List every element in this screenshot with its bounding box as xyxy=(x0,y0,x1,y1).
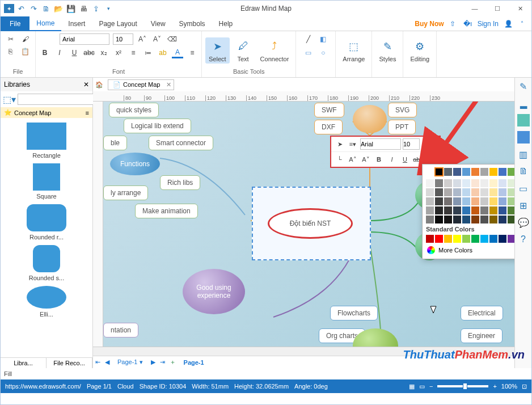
color-swatch[interactable] xyxy=(471,235,479,243)
color-swatch[interactable] xyxy=(508,179,514,187)
bold-icon[interactable]: B xyxy=(39,47,50,58)
mini-connector-icon[interactable]: └ xyxy=(334,154,345,165)
line-icon[interactable]: ╱ xyxy=(303,33,314,45)
color-swatch[interactable] xyxy=(435,179,443,187)
fit-page-icon[interactable]: ⊡ xyxy=(522,383,527,390)
page-add-icon[interactable]: ＋ xyxy=(167,358,178,366)
color-swatch[interactable] xyxy=(435,216,443,223)
node-engineer[interactable]: Engineer xyxy=(461,328,503,343)
font-color-icon[interactable]: A xyxy=(172,47,183,58)
minimize-button[interactable]: — xyxy=(463,1,486,16)
color-swatch[interactable] xyxy=(471,216,479,223)
color-swatch[interactable] xyxy=(453,197,461,205)
share-icon[interactable]: �ו xyxy=(461,20,474,28)
export-icon[interactable]: ⇪ xyxy=(90,3,102,14)
circle-icon[interactable]: ○ xyxy=(318,47,329,58)
buy-now-link[interactable]: Buy Now xyxy=(415,20,444,28)
node-ppt[interactable]: PPT xyxy=(388,120,416,134)
node-electrical[interactable]: Electrical xyxy=(461,306,503,320)
color-swatch[interactable] xyxy=(462,206,470,214)
connector-tool-button[interactable]: ⤴Connector xyxy=(257,37,293,64)
zoom-in-icon[interactable]: + xyxy=(493,383,496,390)
color-swatch[interactable] xyxy=(499,206,506,214)
lib-section-header[interactable]: ⭐ Concept Map ≡ xyxy=(1,107,92,118)
close-panel-icon[interactable]: ✕ xyxy=(83,81,89,88)
color-swatch[interactable] xyxy=(480,197,488,205)
color-swatch[interactable] xyxy=(444,206,452,214)
line-spacing-icon[interactable]: ≡ xyxy=(128,47,139,58)
node-orange-hub[interactable] xyxy=(353,105,387,133)
color-swatch[interactable] xyxy=(480,235,488,243)
color-swatch[interactable] xyxy=(426,206,434,214)
clear-format-icon[interactable]: ⌫ xyxy=(166,33,178,45)
sign-in-link[interactable]: Sign In xyxy=(478,20,499,28)
tool-color-1[interactable] xyxy=(517,114,530,126)
qat-dropdown-icon[interactable]: ▾ xyxy=(103,3,114,14)
page-next-icon[interactable]: ▶ xyxy=(149,358,158,366)
mini-dec-font-icon[interactable]: A˅ xyxy=(360,154,371,165)
collapse-ribbon-icon[interactable]: ˄ xyxy=(518,20,526,27)
color-swatch[interactable] xyxy=(471,206,479,214)
color-swatch[interactable] xyxy=(426,197,434,205)
node-ly-arrange[interactable]: ly arrange xyxy=(103,185,148,200)
color-swatch[interactable] xyxy=(462,216,470,223)
mini-size-combo[interactable] xyxy=(403,138,420,150)
underline-icon[interactable]: U xyxy=(69,47,80,58)
color-swatch[interactable] xyxy=(489,216,497,223)
node-logical-lib[interactable]: Logical lib extend xyxy=(124,119,191,133)
color-swatch[interactable] xyxy=(435,206,443,214)
save-icon[interactable]: 💾 xyxy=(65,3,77,14)
color-swatch[interactable] xyxy=(435,235,443,243)
color-swatch[interactable] xyxy=(508,216,514,223)
color-swatch[interactable] xyxy=(471,197,479,205)
view-full-icon[interactable]: ▭ xyxy=(419,383,425,390)
color-swatch[interactable] xyxy=(480,206,488,214)
italic-icon[interactable]: I xyxy=(54,47,65,58)
color-swatch[interactable] xyxy=(499,235,506,243)
color-swatch[interactable] xyxy=(508,168,514,176)
maximize-button[interactable]: ☐ xyxy=(486,1,509,16)
superscript-icon[interactable]: x² xyxy=(113,47,124,58)
mini-strike-icon[interactable]: abc xyxy=(412,154,424,165)
undo-icon[interactable]: ↶ xyxy=(15,3,27,14)
color-swatch[interactable] xyxy=(462,179,470,187)
page-tab-dropdown[interactable]: Page-1 ▾ xyxy=(112,358,149,366)
color-swatch[interactable] xyxy=(453,168,461,176)
shape-square[interactable]: Square xyxy=(5,163,88,200)
strike-icon[interactable]: abc xyxy=(83,47,95,58)
mini-align-icon[interactable]: ≡▾ xyxy=(347,138,358,150)
font-family-combo[interactable] xyxy=(60,33,109,45)
page-last-icon[interactable]: ⇥ xyxy=(158,358,167,366)
cloud-icon[interactable]: ⇧ xyxy=(447,20,458,28)
color-swatch[interactable] xyxy=(471,188,479,196)
color-swatch[interactable] xyxy=(508,235,514,243)
color-swatch[interactable] xyxy=(499,179,506,187)
color-swatch[interactable] xyxy=(489,206,497,214)
color-swatch[interactable] xyxy=(480,216,488,223)
tab-insert[interactable]: Insert xyxy=(61,16,92,31)
color-swatch[interactable] xyxy=(462,188,470,196)
page-first-icon[interactable]: ⇤ xyxy=(93,358,103,366)
mini-italic-icon[interactable]: I xyxy=(386,154,398,165)
lib-menu-icon[interactable]: ⬚▾ xyxy=(3,94,15,105)
tab-page-layout[interactable]: Page Layout xyxy=(92,16,143,31)
fill-icon[interactable]: ◧ xyxy=(318,33,329,45)
node-svg[interactable]: SVG xyxy=(388,103,417,117)
tool-doc-icon[interactable]: 🗎 xyxy=(517,165,530,178)
node-center[interactable]: Đột biến NST xyxy=(268,208,353,239)
color-swatch[interactable] xyxy=(489,235,497,243)
app-icon[interactable]: ✦ xyxy=(4,4,14,13)
highlight-icon[interactable]: ab xyxy=(157,47,168,58)
color-swatch[interactable] xyxy=(426,168,434,176)
color-swatch[interactable] xyxy=(426,216,434,223)
mini-underline-icon[interactable]: U xyxy=(399,154,411,165)
color-swatch[interactable] xyxy=(444,168,452,176)
mini-font-color-icon[interactable]: A▾ xyxy=(425,154,437,165)
close-button[interactable]: ✕ xyxy=(509,1,531,16)
color-swatch[interactable] xyxy=(453,216,461,223)
color-swatch[interactable] xyxy=(499,197,506,205)
color-swatch[interactable] xyxy=(453,188,461,196)
color-swatch[interactable] xyxy=(462,197,470,205)
lib-tab-file-recovery[interactable]: File Reco... xyxy=(47,358,92,368)
page-prev-icon[interactable]: ◀ xyxy=(103,358,112,366)
